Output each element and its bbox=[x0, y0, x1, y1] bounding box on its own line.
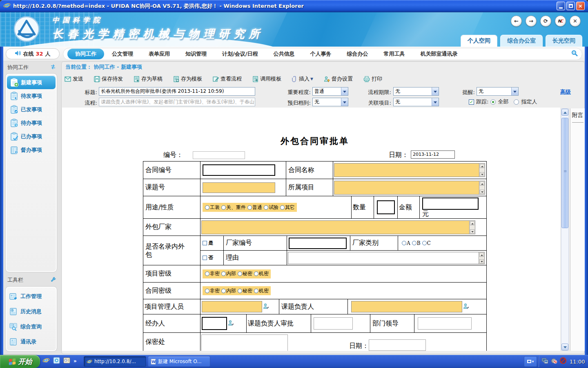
sidebar-item-sent[interactable]: 已发事项 bbox=[7, 103, 56, 116]
remind-select[interactable]: 无 bbox=[477, 87, 519, 96]
taskbar-clock[interactable]: 11:00 bbox=[570, 359, 585, 365]
sidebar-item-supervise[interactable]: 督办事项 bbox=[7, 143, 56, 157]
use-template-button[interactable]: 调用模板 bbox=[252, 75, 281, 83]
project-secrecy-radio-feimi[interactable] bbox=[205, 272, 209, 276]
tray-blocked-icon[interactable] bbox=[560, 357, 566, 366]
tool-item-work-management[interactable]: 工作管理 bbox=[7, 289, 56, 304]
importance-dropdown-arrow[interactable] bbox=[341, 88, 348, 95]
menu-search-icon[interactable] bbox=[571, 50, 578, 58]
tab-changguang-space[interactable]: 长光空间 bbox=[546, 35, 582, 47]
scroll-up-icon[interactable] bbox=[561, 109, 568, 116]
sidebar-item-new-item[interactable]: 新建事项 bbox=[7, 76, 56, 89]
track-all-radio[interactable] bbox=[490, 99, 496, 105]
usage-radio-gongzhuang[interactable] bbox=[205, 205, 209, 210]
contract-secrecy-radio-jimi[interactable] bbox=[254, 289, 258, 293]
tool-item-history-messages[interactable]: 历史消息 bbox=[7, 304, 56, 319]
sidebar-item-todo[interactable]: 待办事项 bbox=[7, 116, 56, 130]
bottom-date-input[interactable] bbox=[369, 339, 426, 351]
taskbar-collapsed-toolbar[interactable]: ▾ bbox=[524, 356, 537, 367]
quicklaunch-app3-icon[interactable] bbox=[63, 357, 70, 366]
minimize-button[interactable] bbox=[557, 2, 565, 10]
title-input[interactable]: 长春光机所外包合同审批单(娄洪伟 2013-11-12 10:59) bbox=[99, 87, 255, 96]
textarea-scrollbar[interactable] bbox=[479, 181, 485, 194]
taskbar-task-browser[interactable]: e http://10.2.0.8/... bbox=[84, 356, 146, 367]
print-button[interactable]: 打印 bbox=[363, 75, 382, 83]
quicklaunch-ie-icon[interactable]: e bbox=[42, 357, 50, 366]
importance-select[interactable]: 普通 bbox=[312, 87, 348, 96]
menu-forms[interactable]: 表单应用 bbox=[141, 49, 178, 59]
remind-dropdown-arrow[interactable] bbox=[511, 88, 518, 95]
refresh-icon[interactable]: ⟳ bbox=[540, 16, 551, 27]
subject-leader-input[interactable] bbox=[351, 301, 462, 312]
taskbar-task-word[interactable]: W 新建 Microsoft O... bbox=[148, 356, 210, 367]
person-picker-icon[interactable] bbox=[463, 303, 469, 311]
person-picker-icon[interactable] bbox=[228, 320, 234, 328]
dept-leader-input[interactable] bbox=[418, 317, 472, 330]
banner-close-icon[interactable]: ✕ bbox=[570, 16, 581, 27]
deadline-select[interactable]: 无 bbox=[393, 87, 439, 96]
tool-item-comprehensive-query[interactable]: 综合查询 bbox=[7, 319, 56, 334]
archive-select[interactable]: 无 bbox=[312, 98, 348, 106]
tray-muted-icon[interactable] bbox=[551, 358, 557, 366]
menu-common-tools[interactable]: 常用工具 bbox=[376, 49, 413, 59]
menu-plan-meeting[interactable]: 计划/会议/日程 bbox=[214, 49, 266, 59]
related-project-select[interactable]: 无 bbox=[393, 98, 439, 106]
project-manager-input[interactable] bbox=[202, 301, 262, 312]
wrench-icon[interactable] bbox=[50, 276, 56, 284]
project-secrecy-radio-jimi[interactable] bbox=[254, 272, 258, 276]
tool-item-address-book[interactable]: 通讯录 bbox=[7, 334, 56, 349]
vendor-class-b-radio[interactable] bbox=[412, 241, 416, 245]
save-draft-button[interactable]: 存为草稿 bbox=[134, 75, 163, 83]
vertical-scrollbar[interactable] bbox=[561, 108, 569, 351]
secrecy-dept-input[interactable] bbox=[201, 334, 288, 351]
back-icon[interactable]: ← bbox=[511, 16, 522, 27]
menu-general-office[interactable]: 综合办公 bbox=[339, 49, 376, 59]
tab-personal-space[interactable]: 个人空间 bbox=[461, 35, 497, 47]
yes-checkbox[interactable] bbox=[203, 241, 207, 245]
flow-input[interactable]: 课题负责人选择(审批)、发起者部门主管(审批)、张春玉(审批)、于春山(审批) bbox=[99, 98, 255, 106]
save-pending-button[interactable]: 保存待发 bbox=[94, 75, 123, 83]
textarea-scrollbar[interactable] bbox=[479, 252, 484, 264]
send-button[interactable]: 发送 bbox=[65, 75, 83, 83]
vendor-textarea[interactable] bbox=[201, 220, 475, 234]
contract-secrecy-radio-feimi[interactable] bbox=[205, 289, 209, 293]
project-secrecy-radio-mimi[interactable] bbox=[238, 272, 242, 276]
form-no-input[interactable] bbox=[193, 151, 245, 159]
usage-radio-putong[interactable] bbox=[247, 205, 252, 210]
textarea-scrollbar[interactable] bbox=[469, 221, 475, 234]
tray-computer-icon[interactable] bbox=[541, 358, 548, 366]
start-button[interactable]: 开始 bbox=[0, 355, 40, 368]
menu-knowledge[interactable]: 知识管理 bbox=[178, 49, 214, 59]
form-date-input[interactable]: 2013-11-12 bbox=[411, 150, 455, 159]
supervise-settings-button[interactable]: 督办设置 bbox=[324, 75, 353, 83]
amount-input[interactable] bbox=[422, 197, 479, 210]
menu-dept-contacts[interactable]: 机关部室通讯录 bbox=[413, 49, 466, 59]
handler-input[interactable] bbox=[202, 317, 227, 330]
maximize-button[interactable] bbox=[566, 2, 575, 10]
no-checkbox[interactable] bbox=[203, 256, 207, 260]
tab-general-office[interactable]: 综合办公室 bbox=[500, 35, 543, 47]
online-users-pill[interactable]: 在线 32 人 bbox=[6, 48, 60, 59]
project-secrecy-radio-neibu[interactable] bbox=[221, 272, 226, 276]
track-checkbox[interactable]: ✓ bbox=[469, 99, 474, 105]
contract-secrecy-radio-mimi[interactable] bbox=[238, 289, 242, 293]
menu-documents[interactable]: 公文管理 bbox=[104, 49, 141, 59]
menu-personal[interactable]: 个人事务 bbox=[303, 49, 339, 59]
forward-icon[interactable]: → bbox=[526, 16, 537, 27]
vendor-class-a-radio[interactable] bbox=[402, 241, 406, 245]
insert-button[interactable]: 插入 ▼ bbox=[292, 75, 313, 83]
vendor-no-input[interactable] bbox=[289, 238, 347, 249]
subject-no-input[interactable] bbox=[203, 182, 275, 193]
attachment-tab[interactable]: 附言 bbox=[570, 112, 585, 119]
reason-textarea[interactable] bbox=[288, 252, 485, 264]
quantity-input[interactable] bbox=[377, 200, 395, 214]
quicklaunch-app2-icon[interactable] bbox=[53, 357, 60, 366]
sidebar-item-done[interactable]: 已办事项 bbox=[7, 130, 56, 143]
advanced-link[interactable]: 高级 bbox=[560, 88, 571, 96]
related-project-dropdown-arrow[interactable] bbox=[432, 98, 439, 106]
archive-dropdown-arrow[interactable] bbox=[341, 98, 348, 106]
menu-public-info[interactable]: 公共信息 bbox=[266, 49, 303, 59]
usage-radio-shiyan[interactable] bbox=[264, 205, 268, 210]
swap-arrows-icon[interactable] bbox=[50, 64, 56, 71]
usage-radio-guanzhongjian[interactable] bbox=[221, 205, 226, 210]
